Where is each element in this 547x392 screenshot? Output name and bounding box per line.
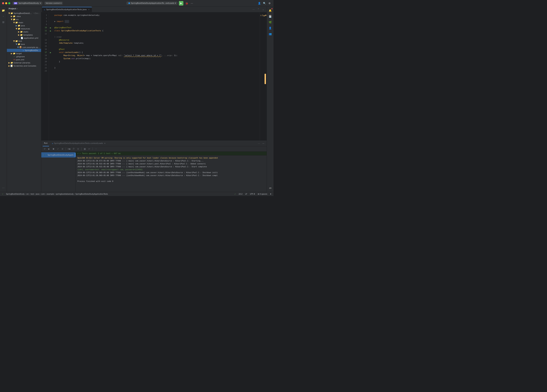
record-button[interactable]: ⊙ bbox=[76, 147, 80, 151]
tab-action-expand-icon[interactable]: ⌃ bbox=[256, 7, 260, 12]
line-num-21: 21 bbox=[41, 63, 47, 66]
folder-open-icon: ▼ bbox=[13, 40, 15, 42]
code-content[interactable]: package com.example.springbootdatastudy;… bbox=[52, 12, 260, 140]
rsb-maven-icon[interactable]: 👥 bbox=[268, 31, 273, 36]
tree-item-test-class[interactable]: ☕ SpringBootDataS bbox=[7, 49, 41, 52]
cursor-position-item[interactable]: 22:2 bbox=[238, 193, 243, 195]
tree-item-main[interactable]: ▼ 📁 main bbox=[7, 21, 41, 24]
tree-item-templates[interactable]: ▶ 📁 templates bbox=[7, 33, 41, 36]
cancel-button[interactable]: ⊘ bbox=[61, 147, 64, 151]
line-sep-item[interactable]: LF bbox=[245, 193, 248, 195]
tree-item-static[interactable]: ▶ 📁 static bbox=[7, 30, 41, 33]
tab-action-more-icon[interactable]: ⋯ bbox=[252, 7, 256, 12]
code-line-18: Map<String, Object> map = template.query… bbox=[54, 54, 258, 57]
sidebar-icon-folder[interactable]: 📁 bbox=[1, 8, 6, 13]
account-icon[interactable]: 👤 bbox=[257, 1, 261, 5]
rsb-spring-icon[interactable]: 🌿 bbox=[268, 20, 273, 25]
tree-item-java-main[interactable]: ▶ 📁 java bbox=[7, 24, 41, 27]
folder-icon: 📁 bbox=[18, 27, 20, 30]
tests-passed-text: ✓ Tests passed: 1 of 1 test – 667 ms bbox=[80, 152, 121, 155]
folder-collapsed-icon: ▶ bbox=[11, 52, 12, 55]
run-button[interactable]: ▶ bbox=[179, 1, 183, 6]
indent-item[interactable]: ⊞ 4 spaces bbox=[257, 193, 268, 195]
code-line-2 bbox=[54, 17, 258, 20]
check-status-icon[interactable]: ✓ bbox=[234, 193, 237, 195]
folder-icon: 📁 bbox=[13, 52, 15, 55]
run-item-app[interactable]: ✓ ✓ SpringBootDataStudyApplic 667 ms bbox=[41, 152, 75, 157]
sidebar-icon-vcs[interactable]: ⑂ bbox=[1, 14, 6, 19]
line-num-hint bbox=[41, 35, 47, 39]
minimize-button[interactable] bbox=[5, 2, 7, 4]
output-line-9: Process finished with exit code 0 bbox=[77, 180, 265, 183]
filter-button[interactable]: ≡▶ bbox=[67, 147, 71, 151]
rsb-database-icon[interactable]: 💾 bbox=[268, 14, 273, 19]
settings-icon[interactable]: ⚙ bbox=[268, 1, 271, 5]
more-button[interactable]: ⋯ bbox=[94, 147, 98, 151]
stop-button[interactable]: ⏹ bbox=[52, 147, 55, 151]
tree-item-root[interactable]: ▼ 📁 SpringBootDataStudy ~/Deskto bbox=[7, 12, 41, 15]
close-button[interactable] bbox=[2, 2, 4, 4]
restart-button[interactable]: ↺ bbox=[43, 147, 47, 151]
tree-item-target[interactable]: ▶ 📁 target bbox=[7, 52, 41, 55]
tree-item-src[interactable]: ▼ 📁 src bbox=[7, 18, 41, 21]
code-editor: 1 2 3 9 10 11 12 13 14 15 16 17 18 19 20 bbox=[41, 12, 267, 140]
rsb-gradle-icon[interactable]: m bbox=[268, 185, 273, 190]
tree-item-test[interactable]: ▼ 📁 test bbox=[7, 40, 41, 43]
folder-icon: 📁 bbox=[20, 34, 23, 36]
code-line-19: System.out.println(map); bbox=[54, 57, 258, 60]
collapse-button[interactable]: ↩ bbox=[87, 147, 91, 151]
git-file-icon: ✓ bbox=[14, 55, 15, 58]
more-options-icon[interactable]: ⋯ bbox=[190, 1, 194, 5]
sidebar-icon-more[interactable]: ⋯ bbox=[1, 185, 6, 190]
tree-item-application-yml[interactable]: 📄 application.yml bbox=[7, 36, 41, 40]
chevron-down-icon: ▼ bbox=[265, 14, 267, 16]
sort-button[interactable]: ⏱ bbox=[72, 147, 75, 151]
expand-button[interactable]: ▦ bbox=[83, 147, 87, 151]
breadcrumb-item[interactable]: SpringBootDataStudy › src › test › java … bbox=[5, 193, 109, 195]
maximize-button[interactable] bbox=[8, 2, 10, 4]
tab-action-collapse-icon[interactable]: ⌄ bbox=[261, 7, 265, 12]
run-panel-minimize-icon[interactable]: — bbox=[261, 142, 265, 145]
run-tab-close-icon[interactable]: × bbox=[104, 142, 106, 144]
run-tab-context-loads[interactable]: ☕ SpringBootDataStudyApplicationTests.co… bbox=[50, 141, 107, 146]
search-icon[interactable]: 🔍 bbox=[262, 1, 266, 5]
vcs-selector[interactable]: Version control ▾ bbox=[44, 1, 63, 5]
run-output[interactable]: OpenJDK 64-Bit Server VM warning: Sharin… bbox=[76, 155, 267, 192]
rerun-button[interactable]: ▶ bbox=[47, 147, 51, 151]
run-all-button[interactable]: ✓ bbox=[56, 147, 60, 151]
warnings-indicator[interactable]: ⚠ 2 ▲ ▼ bbox=[260, 14, 267, 17]
line-num-18: 18 bbox=[41, 54, 47, 57]
folder-collapsed-icon: ▶ bbox=[8, 65, 10, 67]
indent-label: 4 spaces bbox=[260, 193, 267, 195]
cursor-position: 22:2 bbox=[239, 193, 242, 195]
sidebar-icon-structure[interactable]: ⊞ bbox=[1, 20, 6, 25]
run-panel-more-icon[interactable]: ⋯ bbox=[257, 142, 261, 145]
tree-label: resources bbox=[21, 28, 30, 30]
git-branch-item[interactable]: ⑂ bbox=[1, 193, 4, 195]
tree-item-external-libraries[interactable]: ▶ 📁 External Libraries bbox=[7, 61, 41, 64]
titlebar-actions: 👤 🔍 ⚙ bbox=[257, 1, 271, 5]
git-commit-icon[interactable]: ⬆ bbox=[269, 193, 272, 195]
run-tab-run[interactable]: Run bbox=[43, 141, 49, 146]
tree-item-package[interactable]: ▼ 📦 com.example.spring bbox=[7, 46, 41, 49]
tree-item-scratches[interactable]: ▶ 📝 Scratches and Consoles bbox=[7, 64, 41, 68]
run-config-selector[interactable]: 🔷 SpringBootDataStudyApplicationTe...ext… bbox=[126, 1, 178, 5]
line-num-13: 13 bbox=[41, 39, 47, 42]
tree-item-gitignore[interactable]: ✓ .gitignore bbox=[7, 55, 41, 58]
folder-open-icon: ▼ bbox=[8, 12, 10, 14]
tree-label: static bbox=[23, 31, 28, 33]
run-left-panel: ✓ ✓ SpringBootDataStudyApplic 667 ms bbox=[41, 152, 76, 192]
tree-item-java-test[interactable]: ▼ 📁 java bbox=[7, 43, 41, 46]
code-line-11: class SpringBootDataStudyApplicationTest… bbox=[54, 29, 258, 32]
tree-item-resources[interactable]: ▼ 📁 resources bbox=[7, 27, 41, 30]
tab-close-button[interactable]: × bbox=[88, 8, 90, 11]
project-selector[interactable]: SB SpringBootDataStudy ▾ bbox=[12, 1, 42, 5]
encoding-item[interactable]: UTF-8 bbox=[249, 193, 256, 195]
tree-item-idea[interactable]: ▶ 📁 .idea bbox=[7, 15, 41, 18]
rsb-profile-icon[interactable]: 👤 bbox=[268, 26, 273, 31]
tree-item-pom[interactable]: m pom.xml bbox=[7, 58, 41, 61]
code-line-1: package com.example.springbootdatastudy; bbox=[54, 14, 258, 17]
rsb-notifications-icon[interactable]: 🔔 bbox=[268, 8, 273, 13]
editor-tab-active[interactable]: ☕ SpringBootDataStudyApplicationTests.ja… bbox=[42, 7, 92, 12]
debug-icon[interactable]: 🐞 bbox=[185, 1, 189, 5]
